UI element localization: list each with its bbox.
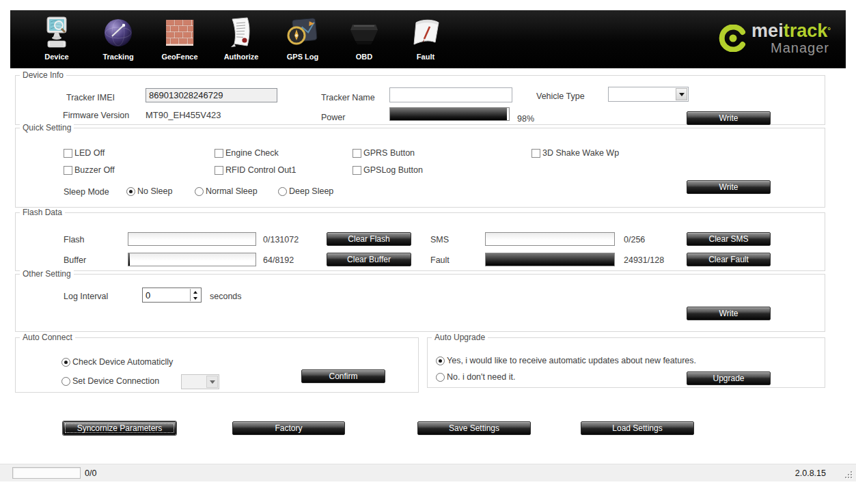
upgrade-yes-radio-icon[interactable]: [436, 356, 445, 365]
radio-set-device-connection[interactable]: Set Device Connection: [61, 376, 159, 386]
checkbox-gpslog-button[interactable]: GPSLog Button: [353, 165, 423, 175]
logo-manager-text: Manager: [771, 40, 829, 55]
no-sleep-radio-icon[interactable]: [126, 187, 135, 196]
power-progress-fill: [390, 108, 507, 120]
connection-dropdown-button[interactable]: [206, 376, 218, 388]
radio-normal-sleep[interactable]: Normal Sleep: [195, 186, 258, 196]
resize-grip-icon[interactable]: [844, 470, 853, 479]
led-off-checkbox-icon[interactable]: [64, 149, 72, 158]
device-connection-dropdown[interactable]: [181, 374, 219, 389]
toolbar-label-obd: OBD: [356, 53, 372, 61]
buzzer-off-checkbox-icon[interactable]: [64, 166, 72, 175]
checkbox-buzzer-off[interactable]: Buzzer Off: [64, 165, 115, 175]
toolbar-label-device: Device: [44, 53, 68, 61]
factory-button[interactable]: Factory: [232, 421, 345, 435]
syncornize-parameters-button[interactable]: Syncornize Parameters: [63, 421, 176, 435]
radio-upgrade-no[interactable]: No. i don't need it.: [436, 372, 515, 382]
engine-check-checkbox-icon[interactable]: [215, 149, 223, 158]
logo-wordmark: meitrack°: [751, 21, 831, 40]
save-settings-button[interactable]: Save Settings: [417, 421, 531, 435]
main-toolbar: Device Tracking: [10, 10, 846, 68]
checkbox-rfid-control[interactable]: RFID Control Out1: [215, 165, 296, 175]
checkbox-3d-shake-wake[interactable]: 3D Shake Wake Wp: [531, 148, 619, 158]
stepper-down-icon[interactable]: [191, 295, 200, 301]
meitrack-manager-logo: meitrack° Manager: [719, 21, 831, 55]
radio-upgrade-yes[interactable]: Yes, i would like to receive automatic u…: [436, 356, 696, 365]
check-device-radio-icon[interactable]: [61, 358, 70, 367]
flash-progress-bar: [128, 232, 256, 246]
toolbar-item-tracking[interactable]: Tracking: [87, 10, 149, 68]
confirm-button[interactable]: Confirm: [301, 369, 385, 383]
set-connection-radio-icon[interactable]: [61, 377, 70, 386]
toolbar-item-obd[interactable]: OBD: [333, 10, 395, 68]
log-interval-stepper[interactable]: 0: [142, 288, 202, 303]
clear-flash-button[interactable]: Clear Flash: [327, 232, 411, 246]
fault-progress-bar: [485, 253, 615, 266]
upgrade-no-radio-icon[interactable]: [436, 373, 445, 382]
gpslog-button-checkbox-icon[interactable]: [353, 166, 361, 175]
geofence-brickwall-icon: [165, 15, 194, 51]
authorize-document-icon: [227, 15, 255, 51]
checkbox-engine-check[interactable]: Engine Check: [215, 148, 279, 158]
status-progress-text: 0/0: [85, 468, 96, 478]
tracker-name-field[interactable]: [389, 87, 512, 102]
tracker-name-label: Tracker Name: [321, 93, 375, 102]
firmware-version-value: MT90_EH455V423: [146, 110, 221, 120]
radio-no-sleep[interactable]: No Sleep: [126, 186, 172, 196]
status-bar: 0/0 2.0.8.15: [0, 464, 856, 481]
gps-log-compass-icon: [286, 15, 319, 51]
quick-setting-write-button[interactable]: Write: [687, 180, 771, 194]
log-interval-value: 0: [146, 290, 150, 300]
other-setting-title: Other Setting: [20, 269, 74, 279]
sms-progress-bar: [485, 232, 615, 246]
chevron-down-icon: [210, 380, 215, 384]
radio-check-device-automatically[interactable]: Check Device Automaticlly: [61, 357, 173, 367]
toolbar-item-geofence[interactable]: GeoFence: [149, 10, 210, 68]
fault-label: Fault: [430, 255, 450, 265]
tracker-imei-label: Tracker IMEI: [66, 93, 115, 102]
toolbar-item-fault[interactable]: Fault: [395, 10, 456, 68]
toolbar-item-gpslog[interactable]: GPS Log: [272, 10, 333, 68]
flash-count-value: 0/131072: [263, 235, 299, 244]
load-settings-button[interactable]: Load Settings: [581, 421, 694, 435]
gprs-button-checkbox-icon[interactable]: [353, 149, 361, 158]
clear-buffer-button[interactable]: Clear Buffer: [327, 253, 411, 266]
toolbar-item-device[interactable]: Device: [26, 10, 87, 68]
fault-progress-fill: [486, 253, 614, 266]
power-label: Power: [321, 113, 345, 122]
radio-deep-sleep[interactable]: Deep Sleep: [278, 186, 333, 196]
auto-connect-title: Auto Connect: [20, 333, 75, 342]
power-progress-bar: [389, 107, 510, 121]
toolbar-label-tracking: Tracking: [102, 53, 133, 61]
device-monitor-icon: [44, 15, 69, 51]
other-setting-write-button[interactable]: Write: [687, 307, 771, 320]
status-progress-bar: [12, 467, 81, 479]
checkbox-led-off[interactable]: LED Off: [64, 148, 105, 158]
device-info-write-button[interactable]: Write: [687, 111, 771, 125]
buffer-label: Buffer: [64, 255, 86, 265]
rfid-control-checkbox-icon[interactable]: [215, 166, 223, 175]
tracker-imei-field[interactable]: [146, 88, 277, 102]
toolbar-label-gpslog: GPS Log: [287, 53, 318, 61]
app-window: Device Tracking: [0, 0, 856, 504]
clear-sms-button[interactable]: Clear SMS: [687, 232, 771, 246]
vehicle-type-label: Vehicle Type: [536, 92, 585, 101]
checkbox-gprs-button[interactable]: GPRS Button: [353, 148, 415, 158]
quick-setting-title: Quick Setting: [20, 123, 74, 132]
meitrack-logo-mark: [719, 25, 746, 52]
toolbar-label-fault: Fault: [417, 53, 434, 61]
toolbar-item-authorize[interactable]: Authorize: [210, 10, 272, 68]
buffer-count-value: 64/8192: [263, 255, 294, 265]
deep-sleep-radio-icon[interactable]: [278, 187, 287, 196]
fault-notepad-icon: [409, 15, 442, 51]
vehicle-type-dropdown-button[interactable]: [676, 88, 687, 100]
log-interval-label: Log Interval: [64, 292, 108, 301]
clear-fault-button[interactable]: Clear Fault: [687, 253, 771, 266]
shake-wake-checkbox-icon[interactable]: [531, 149, 540, 158]
normal-sleep-radio-icon[interactable]: [195, 187, 204, 196]
upgrade-button[interactable]: Upgrade: [687, 372, 771, 385]
vehicle-type-dropdown[interactable]: [608, 87, 689, 102]
stepper-up-icon[interactable]: [191, 289, 200, 295]
fault-count-value: 24931/128: [624, 255, 664, 265]
sms-label: SMS: [430, 235, 449, 244]
